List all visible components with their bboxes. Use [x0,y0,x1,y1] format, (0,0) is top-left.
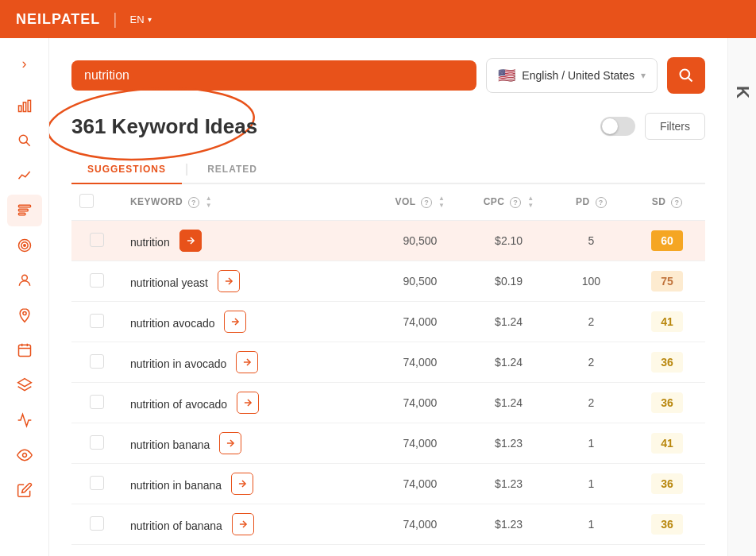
row-checkbox[interactable] [90,476,104,490]
sidebar-item-target[interactable] [7,230,42,261]
sd-cell: 75 [629,261,705,302]
sidebar-item-monitor[interactable] [7,439,42,471]
sidebar-item-seo-analyzer[interactable] [7,369,42,401]
chevron-down-icon: ▾ [148,15,152,24]
sidebar-item-audience[interactable] [7,264,42,296]
row-checkbox-cell [71,504,122,545]
col-header-keyword[interactable]: KEYWORD ? ▲▼ [122,184,376,221]
sidebar-item-dashboard[interactable] [7,90,42,122]
svg-point-18 [681,70,690,79]
row-checkbox-cell [71,464,122,504]
search-input[interactable] [84,68,464,83]
sd-cell: 36 [629,504,705,545]
table-row: nutrition of banana 74,000 $1.23 1 36 [71,504,705,545]
cpc-cell: $1.24 [465,383,554,423]
table-body: nutrition 90,500 $2.10 5 60 nutritional … [71,221,705,545]
vol-sort[interactable]: ▲▼ [438,195,445,209]
vol-cell: 74,000 [376,504,465,545]
sidebar-expand-button[interactable]: › [14,48,35,80]
row-checkbox[interactable] [90,354,104,369]
search-button[interactable] [667,57,705,94]
cpc-sort[interactable]: ▲▼ [527,195,534,209]
sd-cell: 41 [629,302,705,342]
keyword-link-button[interactable] [236,351,258,373]
sidebar-item-backlinks[interactable] [7,404,42,436]
sd-cell: 36 [629,464,705,504]
keyword-cell: nutrition in banana [122,464,376,504]
select-all-checkbox[interactable] [79,194,94,208]
keyword-info-icon: ? [188,197,199,208]
language-label: English / United States [522,69,634,82]
row-checkbox-cell [71,342,122,383]
svg-point-10 [23,245,25,247]
cpc-cell: $1.23 [465,504,554,545]
keyword-text: nutrition avocado [130,317,215,330]
tab-related[interactable]: RELATED [191,156,273,184]
search-input-wrap[interactable] [71,60,476,91]
keyword-cell: nutrition of banana [122,504,376,545]
keyword-link-button[interactable] [231,473,253,495]
row-checkbox-cell [71,302,122,342]
table-row: nutrition banana 74,000 $1.23 1 41 [71,423,705,464]
sd-badge: 36 [651,514,683,535]
keyword-text: nutrition banana [130,438,210,451]
filters-button[interactable]: Filters [645,113,705,140]
keyword-text: nutrition in banana [130,479,222,492]
keyword-text: nutrition of banana [130,519,222,532]
row-checkbox[interactable] [90,435,104,450]
sd-badge: 41 [651,311,683,332]
lang-selector[interactable]: EN ▾ [130,14,152,25]
right-panel: K [727,38,756,556]
svg-rect-0 [18,106,21,112]
sidebar-item-trends[interactable] [7,160,42,191]
sd-info-icon: ? [671,197,682,208]
col-header-vol[interactable]: VOL ? ▲▼ [376,184,465,221]
sd-cell: 36 [629,383,705,423]
pd-cell: 2 [554,342,630,383]
sidebar-item-ai-writer[interactable] [7,474,42,506]
keyword-link-button[interactable] [224,311,246,333]
table-row: nutrition in avocado 74,000 $1.24 2 36 [71,342,705,383]
main-content: 🇺🇸 English / United States ▾ 361 Keyword… [49,38,727,556]
sidebar-item-keywords[interactable] [7,195,42,226]
keyword-text: nutritional yeast [130,276,208,289]
table-row: nutrition 90,500 $2.10 5 60 [71,221,705,261]
sidebar-item-tracking[interactable] [7,299,42,331]
keyword-sort[interactable]: ▲▼ [206,195,212,209]
vol-cell: 90,500 [376,221,465,261]
sidebar-item-ubersuggest[interactable] [7,125,42,156]
toggle-switch[interactable] [600,117,635,136]
table-row: nutritional yeast 90,500 $0.19 100 75 [71,261,705,302]
tab-suggestions[interactable]: SUGGESTIONS [71,156,182,184]
sidebar: › [0,38,49,556]
row-checkbox-cell [71,383,122,423]
top-nav: NEILPATEL | EN ▾ [0,0,756,38]
keyword-link-button[interactable] [237,392,259,414]
sidebar-item-content[interactable] [7,334,42,366]
col-header-pd[interactable]: PD ? [554,184,630,221]
svg-rect-2 [28,100,30,111]
keyword-text: nutrition of avocado [130,398,227,411]
keyword-link-button[interactable] [219,432,241,454]
table-row: nutrition avocado 74,000 $1.24 2 41 [71,302,705,342]
keyword-cell: nutritional yeast [122,261,376,302]
row-checkbox[interactable] [90,314,104,328]
sd-badge: 75 [651,271,683,292]
row-checkbox-cell [71,261,122,302]
row-checkbox[interactable] [90,516,104,531]
row-checkbox[interactable] [90,273,104,288]
col-header-sd[interactable]: SD ? [629,184,705,221]
svg-point-11 [21,275,27,280]
main-layout: › [0,38,756,556]
keyword-link-button[interactable] [218,270,240,292]
vol-cell: 74,000 [376,464,465,504]
svg-point-3 [19,135,27,143]
col-header-cpc[interactable]: CPC ? ▲▼ [465,184,554,221]
svg-marker-16 [17,379,31,387]
keyword-link-button[interactable] [179,230,202,252]
nav-divider: | [113,10,117,29]
row-checkbox[interactable] [90,395,104,409]
row-checkbox[interactable] [90,233,104,247]
keyword-link-button[interactable] [232,513,254,535]
language-dropdown[interactable]: 🇺🇸 English / United States ▾ [486,58,658,93]
